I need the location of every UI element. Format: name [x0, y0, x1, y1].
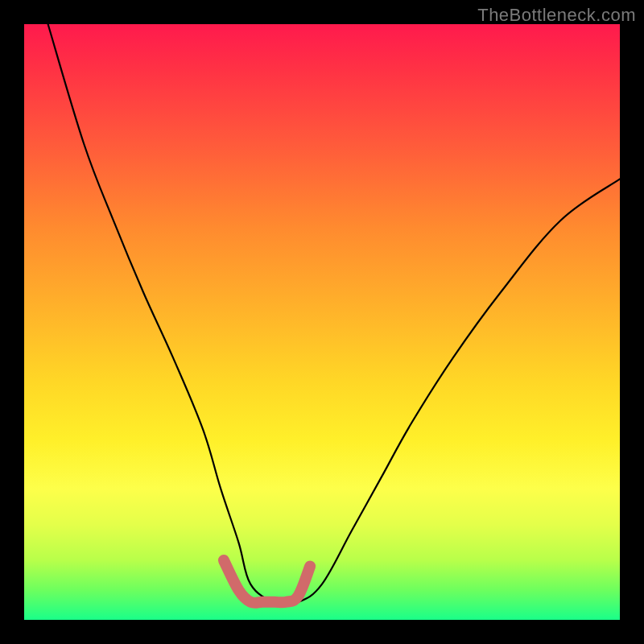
main-curve: [48, 24, 620, 605]
plot-area: [24, 24, 620, 620]
watermark-text: TheBottleneck.com: [477, 5, 636, 26]
chart-frame: TheBottleneck.com: [0, 0, 644, 644]
curves-layer: [24, 24, 620, 620]
highlight-curve: [224, 560, 310, 603]
